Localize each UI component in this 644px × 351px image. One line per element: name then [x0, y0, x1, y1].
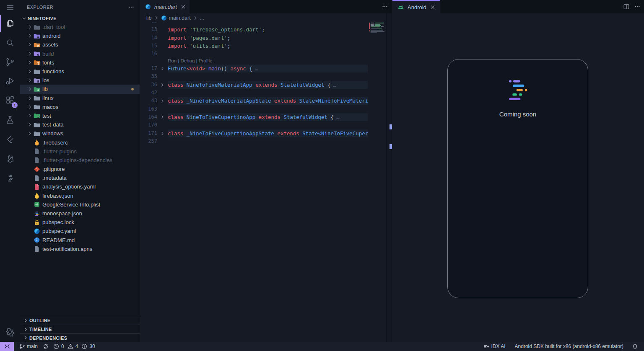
code-text — [168, 137, 368, 145]
tree-item-test[interactable]: test — [20, 111, 140, 120]
tree-item-build[interactable]: build — [20, 49, 140, 58]
tab-android[interactable]: Android — [392, 0, 440, 13]
tree-item-label: pubspec.yaml — [42, 228, 76, 234]
breadcrumb-item--[interactable]: ... — [200, 15, 204, 21]
tree-item-functions[interactable]: functions — [20, 67, 140, 76]
notifications-button[interactable] — [632, 343, 638, 350]
activity-item-explorer[interactable] — [0, 14, 20, 33]
menu-icon[interactable] — [0, 2, 20, 13]
tab-main-dart[interactable]: main.dart — [140, 0, 190, 13]
error-icon — [53, 343, 59, 349]
tree-item-macos[interactable]: macos — [20, 103, 140, 111]
close-icon[interactable] — [180, 3, 187, 10]
tab-label: main.dart — [154, 4, 177, 10]
activity-item-flutter[interactable] — [0, 130, 20, 149]
tree-item-pubspec-yaml[interactable]: pubspec.yaml — [20, 227, 140, 235]
tree-item-label: README.md — [42, 237, 75, 243]
overview-ruler-mark — [390, 124, 392, 129]
settings-button[interactable] — [0, 323, 20, 342]
section-dependencies[interactable]: DEPENDENCIES — [20, 333, 140, 342]
status-bar: main0430 IDX AIAndroid SDK built for x86… — [0, 342, 644, 351]
tree-item-firebaserc[interactable]: .firebaserc — [20, 138, 140, 147]
activity-item-run-debug[interactable] — [0, 71, 20, 90]
activity-item-search[interactable] — [0, 33, 20, 52]
code-line-35: 35 — [140, 73, 392, 81]
monospace-logo — [505, 78, 530, 103]
tree-item-flutter-plugins-dependencies[interactable]: .flutter-plugins-dependencies — [20, 156, 140, 165]
breadcrumb-item-main-dart[interactable]: main.dart — [161, 15, 191, 21]
line-number: 14 — [140, 34, 157, 42]
activity-item-extensions[interactable]: 1 — [0, 90, 20, 110]
fold-chevron-icon[interactable] — [157, 131, 168, 136]
overview-ruler-mark — [390, 144, 392, 149]
fold-chevron-icon[interactable] — [157, 98, 168, 104]
sync-button[interactable] — [43, 343, 49, 349]
code-line-13: 13import 'firebase_options.dart'; — [140, 26, 392, 34]
activity-item-source-control[interactable] — [0, 52, 20, 72]
search-icon — [5, 38, 15, 48]
sidebar-title: EXPLORER — [27, 5, 53, 10]
close-icon[interactable] — [429, 4, 436, 10]
activity-item-testing[interactable] — [0, 110, 20, 129]
line-number: 17 — [140, 65, 157, 72]
panel-more-actions-icon[interactable] — [634, 3, 641, 10]
tree-item-gitignore[interactable]: .gitignore — [20, 165, 140, 173]
chevron-right-icon — [23, 327, 29, 332]
tree-item-pubspec-lock[interactable]: pubspec.lock — [20, 218, 140, 227]
tree-item-label: GoogleService-Info.plist — [42, 201, 100, 208]
tree-item-ios[interactable]: ios — [20, 76, 140, 85]
status-left-items: main0430 — [14, 342, 95, 351]
info-icon — [81, 343, 87, 349]
branch-indicator[interactable]: main — [19, 343, 38, 349]
tree-item-lib[interactable]: lib — [20, 85, 140, 93]
tree-item-analysis-options-yaml[interactable]: analysis_options.yaml — [20, 182, 140, 191]
code-editor[interactable]: 1213import 'firebase_options.dart';14imp… — [140, 22, 392, 342]
branch-icon — [19, 343, 25, 349]
tree-item-assets[interactable]: assets — [20, 40, 140, 49]
tree-item-flutter-plugins[interactable]: .flutter-plugins — [20, 147, 140, 156]
editor-more-actions-icon[interactable] — [382, 3, 388, 10]
problems-indicator[interactable]: 0430 — [53, 343, 95, 349]
tree-item-readme-md[interactable]: README.md — [20, 236, 140, 245]
codelens-run-debug-profile[interactable]: Run | Debug | Profile — [140, 58, 392, 65]
tree-item-label: android — [42, 33, 60, 39]
tree-item-test-notification-apns[interactable]: test-notification.apns — [20, 245, 140, 253]
android-emulator-frame: Coming soon — [447, 59, 588, 298]
fold-chevron-icon[interactable] — [157, 114, 168, 120]
fold-chevron-icon[interactable] — [157, 82, 168, 88]
chevron-right-icon — [26, 86, 34, 92]
tree-item-linux[interactable]: linux — [20, 94, 140, 103]
line-number: 164 — [140, 113, 157, 121]
breadcrumb-item-lib[interactable]: lib — [146, 15, 152, 21]
android-icon — [397, 4, 404, 10]
tree-root-ninetofive[interactable]: NINETOFIVE — [20, 14, 140, 23]
tree-item-android[interactable]: android — [20, 31, 140, 40]
idx-ai-button[interactable]: IDX AI — [483, 343, 506, 350]
code-line-171: 171class _NineToFiveCupertinoAppState ex… — [140, 129, 392, 137]
tree-item-windows[interactable]: windows — [20, 129, 140, 138]
tree-item-label: ios — [42, 77, 49, 83]
tree-item-monospace-json[interactable]: monospace.json — [20, 209, 140, 218]
file-icon — [34, 201, 40, 208]
panel-actions — [623, 0, 641, 13]
activity-item-idx[interactable] — [0, 168, 20, 188]
remote-indicator[interactable] — [0, 342, 14, 351]
sdk-label: Android SDK built for x86 (android-x86 e… — [515, 343, 623, 349]
tree-item-dart-tool[interactable]: .dart_tool — [20, 23, 140, 31]
more-actions-icon[interactable] — [127, 3, 135, 11]
tree-item-firebase-json[interactable]: firebase.json — [20, 191, 140, 200]
tree-item-metadata[interactable]: .metadata — [20, 173, 140, 182]
split-editor-icon[interactable] — [623, 3, 630, 10]
tree-item-googleservice-info-plist[interactable]: GoogleService-Info.plist — [20, 200, 140, 209]
tree-item-fonts[interactable]: fonts — [20, 58, 140, 67]
section-timeline[interactable]: TIMELINE — [20, 325, 140, 333]
activity-item-firebase[interactable] — [0, 149, 20, 168]
android-sdk-indicator[interactable]: Android SDK built for x86 (android-x86 e… — [515, 343, 623, 349]
section-outline[interactable]: OUTLINE — [20, 316, 140, 325]
code-text: import 'firebase_options.dart'; — [168, 26, 368, 34]
folder-icon — [34, 59, 40, 66]
minimap[interactable] — [369, 22, 386, 36]
fold-chevron-icon[interactable] — [157, 66, 168, 72]
tree-item-test-data[interactable]: test-data — [20, 120, 140, 129]
tree-item-label: fonts — [42, 59, 54, 66]
